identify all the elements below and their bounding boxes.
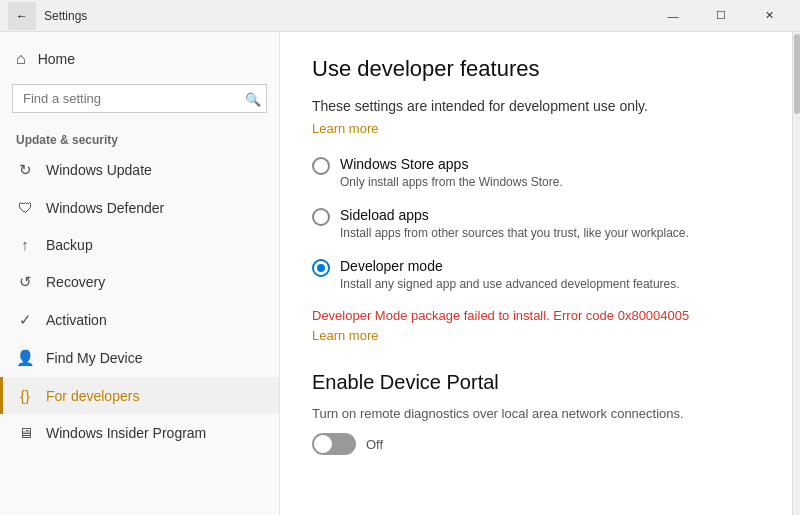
radio-desc-developer-mode: Install any signed app and use advanced … [340,276,768,293]
radio-option-windows-store: Windows Store apps Only install apps fro… [312,156,768,191]
radio-option-sideload: Sideload apps Install apps from other so… [312,207,768,242]
sidebar-item-activation[interactable]: ✓ Activation [0,301,279,339]
sidebar-item-recovery[interactable]: ↺ Recovery [0,263,279,301]
windows-defender-icon: 🛡 [16,199,34,216]
scrollbar-thumb [794,34,800,114]
windows-update-icon: ↻ [16,161,34,179]
portal-toggle[interactable] [312,433,356,455]
recovery-icon: ↺ [16,273,34,291]
sidebar-item-label: For developers [46,388,139,404]
sidebar-section-title: Update & security [0,125,279,151]
radio-label-developer-mode[interactable]: Developer mode [340,258,768,274]
sidebar-item-backup[interactable]: ↑ Backup [0,226,279,263]
sidebar-item-windows-update[interactable]: ↻ Windows Update [0,151,279,189]
back-icon: ← [16,9,28,23]
radio-windows-store[interactable] [312,157,330,175]
toggle-thumb [314,435,332,453]
sidebar-item-label: Activation [46,312,107,328]
toggle-label: Off [366,437,383,452]
page-title: Use developer features [312,56,768,82]
restore-button[interactable]: ☐ [698,0,744,32]
home-label: Home [38,51,75,67]
content-area: Use developer features These settings ar… [280,32,800,515]
radio-option-developer-mode: Developer mode Install any signed app an… [312,258,768,293]
scrollbar-track[interactable] [792,32,800,515]
sidebar-item-label: Windows Update [46,162,152,178]
titlebar: ← Settings — ☐ ✕ [0,0,800,32]
learn-more-link-1[interactable]: Learn more [312,121,378,136]
portal-desc: Turn on remote diagnostics over local ar… [312,406,768,421]
sidebar-item-windows-defender[interactable]: 🛡 Windows Defender [0,189,279,226]
back-button[interactable]: ← [8,2,36,30]
sidebar-item-label: Windows Defender [46,200,164,216]
activation-icon: ✓ [16,311,34,329]
sidebar-item-label: Find My Device [46,350,142,366]
app-container: ⌂ Home 🔍 Update & security ↻ Windows Upd… [0,32,800,515]
portal-section-title: Enable Device Portal [312,371,768,394]
learn-more-link-2[interactable]: Learn more [312,328,378,343]
for-developers-icon: {} [16,387,34,404]
radio-label-sideload[interactable]: Sideload apps [340,207,768,223]
window-title: Settings [44,9,650,23]
sidebar-item-label: Backup [46,237,93,253]
home-icon: ⌂ [16,50,26,68]
sidebar-item-label: Windows Insider Program [46,425,206,441]
radio-sideload[interactable] [312,208,330,226]
radio-label-windows-store[interactable]: Windows Store apps [340,156,768,172]
radio-desc-windows-store: Only install apps from the Windows Store… [340,174,768,191]
search-button[interactable]: 🔍 [245,91,261,106]
window-controls: — ☐ ✕ [650,0,792,32]
minimize-button[interactable]: — [650,0,696,32]
search-input[interactable] [12,84,267,113]
windows-insider-icon: 🖥 [16,424,34,441]
find-my-device-icon: 👤 [16,349,34,367]
backup-icon: ↑ [16,236,34,253]
radio-text-sideload: Sideload apps Install apps from other so… [340,207,768,242]
radio-desc-sideload: Install apps from other sources that you… [340,225,768,242]
sidebar-item-find-my-device[interactable]: 👤 Find My Device [0,339,279,377]
error-message: Developer Mode package failed to install… [312,308,768,323]
sidebar-item-for-developers[interactable]: {} For developers [0,377,279,414]
close-button[interactable]: ✕ [746,0,792,32]
radio-text-windows-store: Windows Store apps Only install apps fro… [340,156,768,191]
content-subtitle: These settings are intended for developm… [312,98,768,114]
portal-toggle-row: Off [312,433,768,455]
sidebar-item-home[interactable]: ⌂ Home [0,40,279,78]
radio-developer-mode[interactable] [312,259,330,277]
sidebar-item-windows-insider[interactable]: 🖥 Windows Insider Program [0,414,279,451]
sidebar-item-label: Recovery [46,274,105,290]
search-box: 🔍 [12,84,267,113]
radio-text-developer-mode: Developer mode Install any signed app an… [340,258,768,293]
sidebar: ⌂ Home 🔍 Update & security ↻ Windows Upd… [0,32,280,515]
